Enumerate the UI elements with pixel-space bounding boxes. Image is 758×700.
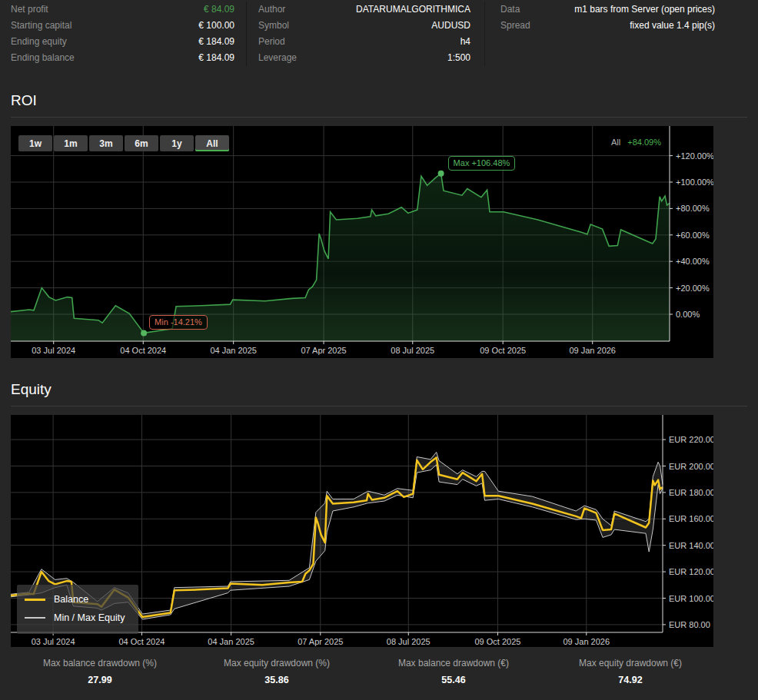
stat-label: Data xyxy=(500,5,520,15)
x-axis-tick-label: 09 Oct 2025 xyxy=(474,637,520,646)
stat-label: Symbol xyxy=(258,21,289,31)
x-axis-tick-label: 03 Jul 2024 xyxy=(32,346,75,355)
stat-label: Spread xyxy=(500,21,530,31)
drawdown-stat: Max balance drawdown (€)55.46 xyxy=(365,659,542,685)
stat-value: 1:500 xyxy=(447,53,470,63)
equity-chart-legend: Balance Min / Max Equity xyxy=(17,585,138,634)
range-button-all[interactable]: All xyxy=(195,135,229,151)
drawdown-stat-value: 27.99 xyxy=(12,675,188,685)
drawdown-stat: Max balance drawdown (%)27.99 xyxy=(12,659,188,685)
stat-row: SymbolAUDUSD xyxy=(247,18,484,34)
drawdown-stat: Max equity drawdown (€)74.92 xyxy=(542,659,719,685)
drawdown-stat-label: Max equity drawdown (€) xyxy=(542,659,719,668)
roi-chart-panel[interactable]: +120.00%+100.00%+80.00%+60.00%+40.00%+20… xyxy=(11,126,713,358)
y-axis-tick-label: EUR 100.00 xyxy=(669,594,713,603)
y-axis-tick-label: EUR 120.00 xyxy=(669,567,713,576)
drawdown-stats-row: Max balance drawdown (%)27.99Max equity … xyxy=(12,659,758,685)
stat-row: Leverage1:500 xyxy=(247,50,484,66)
stat-label: Ending balance xyxy=(11,53,75,63)
stats-column-data: Datam1 bars from Server (open prices)Spr… xyxy=(484,2,758,66)
stat-value: € 84.09 xyxy=(204,5,234,15)
stat-label: Period xyxy=(258,37,285,47)
roi-summary: All +84.09% xyxy=(611,138,661,147)
stats-column-strategy: AuthorDATARUMALGORITHMICASymbolAUDUSDPer… xyxy=(246,2,484,66)
y-axis-tick-label: +120.00% xyxy=(676,151,713,161)
range-button-3m[interactable]: 3m xyxy=(89,135,123,151)
drawdown-stat-label: Max balance drawdown (€) xyxy=(365,659,542,668)
stat-row: Net profit€ 84.09 xyxy=(0,2,246,18)
stat-row: AuthorDATARUMALGORITHMICA xyxy=(247,2,484,18)
x-axis-tick-label: 04 Jan 2025 xyxy=(208,637,254,646)
x-axis-tick-label: 04 Jan 2025 xyxy=(210,346,257,355)
stat-value: fixed value 1.4 pip(s) xyxy=(630,21,715,31)
stat-label: Starting capital xyxy=(11,21,71,31)
x-axis-tick-label: 07 Apr 2025 xyxy=(298,637,343,646)
stat-value: AUDUSD xyxy=(431,21,470,31)
roi-range-buttons: 1w1m3m6m1yAll xyxy=(18,135,229,151)
equity-section-title: Equity xyxy=(11,381,758,398)
minmax-line-swatch-icon xyxy=(25,617,45,619)
x-axis-tick-label: 08 Jul 2025 xyxy=(387,637,431,646)
stat-row: Periodh4 xyxy=(247,34,484,50)
stat-value: € 184.09 xyxy=(198,37,234,47)
legend-item-minmax-equity[interactable]: Min / Max Equity xyxy=(25,609,125,627)
equity-section-divider xyxy=(11,406,747,406)
stat-row: Starting capital€ 100.00 xyxy=(0,18,246,34)
max-roi-annotation: Max +106.48% xyxy=(448,156,516,171)
y-axis-tick-label: +60.00% xyxy=(676,231,710,240)
y-axis-tick-label: EUR 140.00 xyxy=(669,541,713,550)
y-axis-tick-label: EUR 160.00 xyxy=(669,514,713,523)
balance-line-swatch-icon xyxy=(25,599,45,601)
x-axis-tick-label: 04 Oct 2024 xyxy=(118,637,165,646)
x-axis-tick-label: 09 Jan 2026 xyxy=(564,637,610,646)
y-axis-tick-label: +40.00% xyxy=(676,257,710,266)
y-axis-tick-label: EUR 200.00 xyxy=(669,462,713,471)
stat-label: Author xyxy=(258,5,285,15)
roi-summary-value: +84.09% xyxy=(627,138,661,147)
stat-label: Net profit xyxy=(11,5,48,15)
y-axis-tick-label: 0.00% xyxy=(676,310,700,319)
drawdown-stat-value: 74.92 xyxy=(542,675,719,685)
y-axis-tick-label: EUR 220.00 xyxy=(669,435,713,444)
stat-value: DATARUMALGORITHMICA xyxy=(356,5,470,15)
stat-value: h4 xyxy=(460,37,470,47)
x-axis-tick-label: 08 Jul 2025 xyxy=(391,346,434,355)
stat-value: € 100.00 xyxy=(198,21,234,31)
stat-label: Ending equity xyxy=(11,37,67,47)
x-axis-tick-label: 09 Jan 2026 xyxy=(569,346,616,355)
y-axis-tick-label: +20.00% xyxy=(676,284,710,293)
range-button-1w[interactable]: 1w xyxy=(18,135,52,151)
range-button-6m[interactable]: 6m xyxy=(125,135,158,151)
stat-row: Ending balance€ 184.09 xyxy=(0,50,246,66)
summary-stats-bar: Net profit€ 84.09Starting capital€ 100.0… xyxy=(0,0,758,66)
roi-chart-canvas[interactable]: +120.00%+100.00%+80.00%+60.00%+40.00%+20… xyxy=(11,126,713,358)
legend-minmax-label: Min / Max Equity xyxy=(54,612,125,623)
range-button-1m[interactable]: 1m xyxy=(54,135,88,151)
equity-chart-panel[interactable]: EUR 220.00EUR 200.00EUR 180.00EUR 160.00… xyxy=(11,415,713,647)
x-axis-tick-label: 07 Apr 2025 xyxy=(301,346,346,355)
range-button-1y[interactable]: 1y xyxy=(160,135,194,151)
y-axis-tick-label: EUR 180.00 xyxy=(669,488,713,497)
stats-column-profit: Net profit€ 84.09Starting capital€ 100.0… xyxy=(0,2,246,66)
roi-summary-range-label: All xyxy=(611,138,620,147)
x-axis-tick-label: 03 Jul 2024 xyxy=(32,637,75,646)
stat-value: € 184.09 xyxy=(198,53,234,63)
roi-section-divider xyxy=(11,117,747,118)
drawdown-stat-label: Max balance drawdown (%) xyxy=(12,659,188,668)
drawdown-stat: Max equity drawdown (%)35.86 xyxy=(188,659,365,685)
stat-row: Datam1 bars from Server (open prices) xyxy=(485,2,758,18)
roi-section-title: ROI xyxy=(11,92,758,109)
stat-label: Leverage xyxy=(258,53,297,63)
legend-balance-label: Balance xyxy=(54,594,88,605)
legend-item-balance[interactable]: Balance xyxy=(25,590,125,609)
x-axis-tick-label: 09 Oct 2025 xyxy=(480,346,526,355)
stat-value: m1 bars from Server (open prices) xyxy=(574,5,715,15)
y-axis-tick-label: +100.00% xyxy=(676,177,713,187)
drawdown-stat-label: Max equity drawdown (%) xyxy=(188,659,365,668)
stat-row: Ending equity€ 184.09 xyxy=(0,34,246,50)
drawdown-stat-value: 35.86 xyxy=(188,675,365,685)
y-axis-tick-label: +80.00% xyxy=(676,204,710,213)
stat-row: Spreadfixed value 1.4 pip(s) xyxy=(485,18,758,34)
min-roi-annotation: Min -14.21% xyxy=(149,315,208,330)
y-axis-tick-label: EUR 80.00 xyxy=(669,620,710,629)
